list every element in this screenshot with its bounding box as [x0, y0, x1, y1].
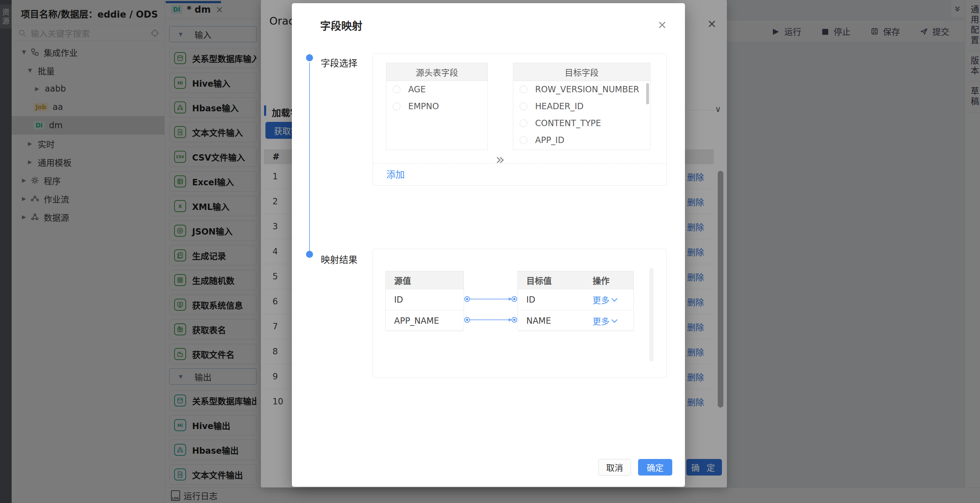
target-field-option[interactable]: ROW_VERSION_NUMBER — [513, 81, 650, 98]
add-link[interactable]: 添加 — [387, 167, 405, 180]
source-list-header: 源头表字段 — [387, 63, 488, 81]
target-field-label: ROW_VERSION_NUMBER — [535, 84, 639, 94]
source-field-label: EMPNO — [408, 102, 439, 111]
confirm-button[interactable]: 确定 — [638, 459, 672, 476]
more-dropdown[interactable]: 更多 — [593, 314, 633, 327]
cancel-button[interactable]: 取消 — [598, 459, 631, 476]
radio-icon[interactable] — [520, 103, 527, 110]
chevron-down-icon — [612, 296, 617, 302]
target-field-label: APP_ID — [535, 135, 565, 145]
mapping-connectors — [464, 289, 517, 330]
mapping-target-table: 目标值 操作 ID更多NAME更多 — [517, 271, 634, 330]
mapping-target-cell: ID — [518, 295, 593, 305]
target-field-option[interactable]: HEADER_ID — [513, 98, 650, 115]
target-field-label: HEADER_ID — [535, 102, 584, 111]
connector-line — [470, 319, 509, 320]
connector-line — [470, 299, 509, 300]
target-field-option[interactable]: CONTENT_TYPE — [513, 115, 650, 132]
source-field-option[interactable]: AGE — [387, 81, 488, 98]
target-list-header: 目标字段 — [513, 63, 650, 81]
modal-title: 字段映射 — [320, 17, 363, 33]
action-header: 操作 — [593, 274, 633, 286]
connector-dot-icon — [464, 317, 470, 323]
more-label: 更多 — [593, 294, 609, 306]
more-dropdown[interactable]: 更多 — [593, 294, 633, 306]
target-field-option[interactable]: APP_ID — [513, 132, 650, 149]
source-field-option[interactable]: EMPNO — [387, 98, 488, 115]
target-list-scrollbar[interactable] — [646, 83, 649, 104]
mapping-source-cell: APP_NAME — [386, 310, 464, 332]
mapping-target-row: NAME更多 — [518, 310, 633, 332]
connector-dot-icon — [512, 317, 517, 323]
mapping-connector — [464, 309, 517, 330]
move-all-icon[interactable]: » — [496, 151, 505, 168]
target-field-label: CONTENT_TYPE — [535, 118, 601, 128]
radio-icon[interactable] — [520, 86, 527, 94]
target-field-list: 目标字段 ROW_VERSION_NUMBERHEADER_IDCONTENT_… — [513, 63, 651, 150]
target-value-header: 目标值 — [518, 274, 593, 286]
mapping-result-card: 源值 IDAPP_NAME 目标值 操作 ID更多NAME更多 — [372, 249, 667, 378]
step2-dot — [306, 251, 313, 258]
mapping-source-cell: ID — [386, 289, 464, 310]
app-root: ▶ 运行 ■ 停止 保存 提交 » 通用配置版本草稿 资源 项目名称/数据层：e… — [0, 0, 980, 503]
source-field-list: 源头表字段 AGEEMPNO — [386, 63, 488, 150]
modal-close-icon[interactable]: × — [657, 18, 667, 31]
radio-icon[interactable] — [520, 119, 527, 127]
source-value-header: 源值 — [386, 271, 464, 289]
connector-dot-icon — [464, 296, 470, 302]
step2-label: 映射结果 — [321, 252, 358, 266]
step-connector-line — [309, 62, 310, 252]
mapping-right-header: 目标值 操作 — [518, 271, 633, 289]
source-field-label: AGE — [408, 84, 426, 94]
radio-icon[interactable] — [520, 136, 527, 144]
step1-label: 字段选择 — [321, 56, 358, 69]
field-select-card: 源头表字段 AGEEMPNO » 目标字段 ROW_VERSION_NUMBER… — [372, 54, 667, 186]
mapping-connector — [464, 289, 517, 309]
connector-dot-icon — [512, 296, 517, 302]
radio-icon[interactable] — [393, 86, 401, 94]
mapping-source-table: 源值 IDAPP_NAME — [385, 271, 464, 330]
mapping-target-cell: NAME — [518, 316, 593, 326]
card-divider — [373, 163, 666, 163]
more-label: 更多 — [593, 314, 609, 327]
chevron-down-icon — [612, 317, 617, 323]
mapping-target-row: ID更多 — [518, 289, 633, 310]
step1-dot — [306, 54, 313, 61]
field-mapping-modal: 字段映射 × 字段选择 映射结果 源头表字段 AGEEMPNO » 目标字段 R… — [292, 3, 685, 487]
radio-icon[interactable] — [393, 103, 401, 110]
mapping-scrollbar-track[interactable] — [649, 268, 654, 362]
